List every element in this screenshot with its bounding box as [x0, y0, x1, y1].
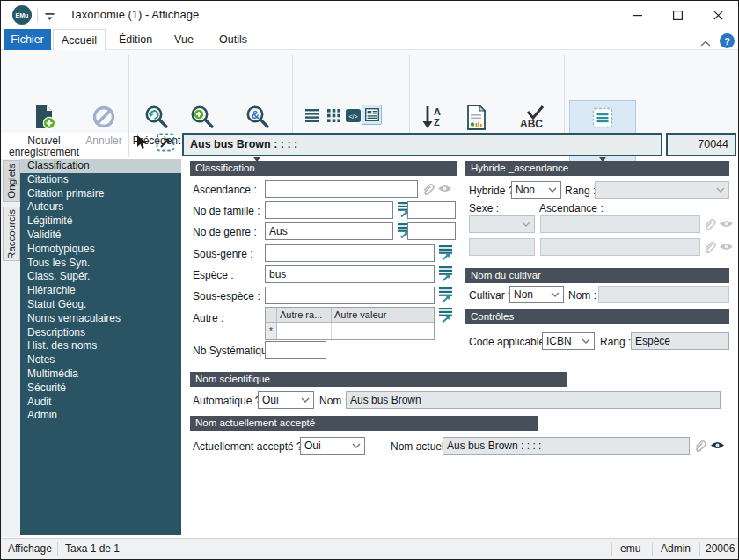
sous-espece-input[interactable] [265, 287, 435, 304]
chevron-down-icon [352, 443, 361, 448]
automatique-combobox[interactable]: Oui [258, 391, 314, 409]
lookup-list-icon[interactable] [438, 287, 453, 303]
tab-accueil[interactable]: Accueil [53, 29, 106, 50]
collapse-ribbon-icon[interactable] [700, 35, 711, 51]
search-previous-icon [143, 104, 170, 134]
tab-fichier[interactable]: Fichier [4, 29, 51, 50]
sidebar-item-descriptions[interactable]: Descriptions [20, 326, 181, 340]
hybride-rang-combobox [595, 181, 729, 199]
autre-grid-new-row[interactable]: * [266, 323, 434, 339]
sidebar-item-legitimite[interactable]: Légitimité [20, 215, 181, 229]
view-grid-button[interactable] [325, 106, 342, 124]
svg-text:ABC: ABC [520, 118, 543, 130]
side-tab-raccourcis[interactable]: Raccourcis [3, 207, 20, 261]
pointer-tool-button[interactable] [135, 135, 149, 154]
eye-icon[interactable] [437, 184, 452, 193]
select-record-tool-button[interactable] [156, 133, 175, 156]
tab-edition[interactable]: Édition [112, 29, 159, 50]
sidebar-item-notes[interactable]: Notes [20, 353, 181, 367]
window-maximize-button[interactable] [657, 1, 698, 29]
attachment-icon[interactable] [692, 438, 708, 454]
view-list-button[interactable] [304, 106, 321, 124]
side-tab-raccourcis-label: Raccourcis [6, 209, 17, 259]
autre-valeur-cell[interactable] [332, 323, 434, 339]
help-button[interactable]: ? [720, 33, 735, 48]
group-divider [128, 55, 129, 157]
cultivar-value: Non [514, 288, 533, 301]
sidebar-item-auteurs[interactable]: Auteurs [20, 200, 181, 215]
new-record-button[interactable]: Nouvel enregistrement [6, 101, 82, 158]
lookup-list-icon[interactable] [438, 265, 453, 282]
new-row-marker: * [266, 323, 277, 339]
hybride-ascendance-input-1 [540, 215, 700, 233]
title-bar: EMu Taxonomie (1) - Affichage [1, 1, 738, 29]
lookup-list-icon[interactable] [438, 244, 453, 261]
hybride-combobox[interactable]: Non [511, 181, 561, 199]
code-applicable-value: ICBN [546, 335, 572, 347]
ribbon-tab-row: Fichier Accueil Édition Vue Outils [1, 29, 738, 50]
section-hybride: Hybride _ascendance [465, 161, 729, 176]
autre-rang-cell[interactable] [277, 323, 332, 339]
no-genre-input[interactable] [265, 222, 393, 240]
undo-button[interactable]: Annuler [82, 101, 126, 147]
sidebar-item-hierarchie[interactable]: Hiérarchie [20, 284, 181, 298]
status-record-count: Taxa 1 de 1 [65, 542, 120, 555]
tab-vue[interactable]: Vue [166, 29, 201, 50]
ascendance-input[interactable] [265, 180, 418, 198]
sidebar-item-multimedia[interactable]: Multimédia [20, 367, 181, 382]
nb-systematique-input[interactable] [265, 341, 326, 359]
sidebar-item-citations[interactable]: Citations [20, 173, 181, 187]
cultivar-combobox[interactable]: Non [509, 286, 564, 303]
eye-icon[interactable] [710, 440, 725, 450]
record-number: 70044 [666, 133, 736, 156]
controles-rang-input[interactable] [631, 332, 729, 350]
no-genre-aux-input[interactable] [407, 222, 456, 240]
quick-access-dropdown-icon[interactable] [44, 10, 55, 25]
cultivar-nom-label: Nom : [568, 289, 596, 302]
sidebar-item-homotypiques[interactable]: Homotypiques [20, 243, 181, 257]
svg-text:Z: Z [434, 117, 440, 127]
sidebar-item-audit[interactable]: Audit [20, 396, 181, 410]
sous-genre-input[interactable] [265, 244, 435, 262]
search-extra-icon: & [244, 104, 270, 134]
cancel-icon [91, 104, 117, 134]
select-record-icon [156, 133, 175, 152]
actuellement-accepte-combobox[interactable]: Oui [300, 437, 365, 455]
view-list-icon [305, 109, 319, 122]
status-bar: Affichage Taxa 1 de 1 emu Admin 20006 [1, 538, 738, 559]
espece-input[interactable] [265, 265, 435, 283]
window-minimize-button[interactable] [617, 1, 657, 29]
view-code-button[interactable]: </> [344, 106, 362, 124]
no-famille-input[interactable] [265, 201, 393, 219]
window-close-button[interactable] [698, 1, 738, 29]
sidebar-item-validite[interactable]: Validité [20, 229, 181, 243]
code-applicable-combobox[interactable]: ICBN [542, 332, 595, 350]
code-applicable-label: Code applicable : [469, 336, 551, 348]
nom-actuel-input[interactable] [443, 437, 690, 455]
sidebar-item-classification[interactable]: Classification [20, 159, 181, 173]
sidebar-item-statut-geog[interactable]: Statut Géog. [20, 298, 181, 312]
chevron-down-icon [301, 397, 310, 403]
tab-outils[interactable]: Outils [210, 29, 256, 50]
emu-logo[interactable]: EMu [12, 5, 32, 25]
sidebar-item-citation-primaire[interactable]: Citation primaire [20, 187, 181, 201]
sidebar-item-hist-des-noms[interactable]: Hist. des noms [20, 339, 181, 353]
tab-list-panel: Classification Citations Citation primai… [20, 159, 181, 535]
sidebar-item-admin[interactable]: Admin [20, 409, 181, 423]
svg-text:</>: </> [348, 113, 357, 119]
autre-grid[interactable]: Autre ra... Autre valeur * [265, 307, 435, 340]
lookup-list-icon[interactable] [438, 307, 453, 324]
no-famille-aux-input[interactable] [407, 201, 456, 219]
sidebar-item-securite[interactable]: Sécurité [20, 382, 181, 396]
nom-scientifique-input[interactable] [346, 391, 721, 409]
hybride-ascendance-label: Ascendance : [539, 202, 604, 215]
section-classification: Classification [190, 161, 457, 176]
no-famille-label: No de famille : [193, 205, 260, 217]
side-tab-onglets[interactable]: Onglets [3, 160, 20, 202]
view-details-button[interactable] [362, 105, 382, 125]
sidebar-item-class-super[interactable]: Class. Supér. [20, 270, 181, 284]
autre-rang-column-header: Autre ra... [277, 308, 332, 322]
sidebar-item-tous-les-syn[interactable]: Tous les Syn. [20, 257, 181, 271]
attachment-icon[interactable] [421, 181, 436, 197]
sidebar-item-noms-vernaculaires[interactable]: Noms vernaculaires [20, 312, 181, 326]
